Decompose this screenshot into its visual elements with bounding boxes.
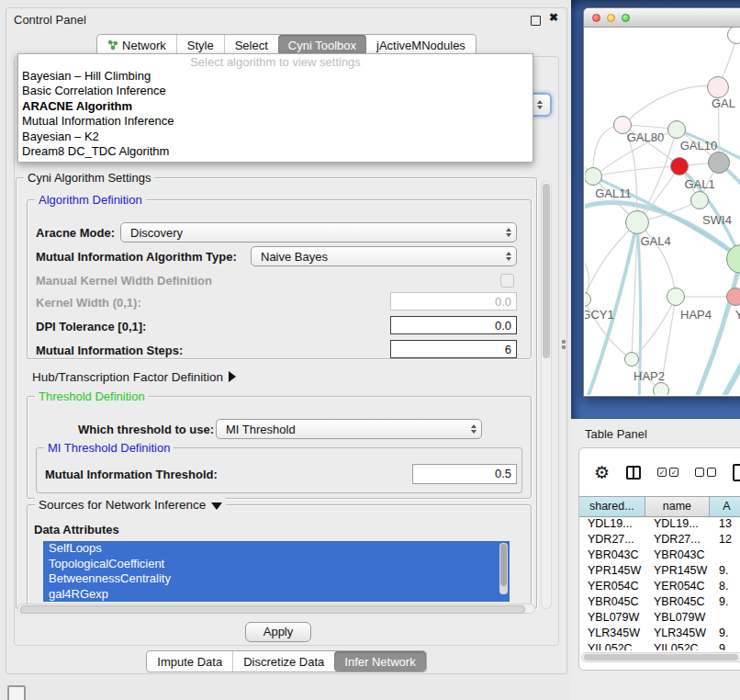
network-icon	[107, 40, 118, 51]
aracne-mode-value: Discovery	[121, 226, 501, 240]
node-big-green[interactable]	[726, 244, 740, 274]
deselect-all-icon[interactable]	[695, 468, 716, 477]
node-label-gal11: GAL11	[595, 186, 632, 200]
tab-discretize-data[interactable]: Discretize Data	[232, 651, 334, 672]
manual-kernel-width-checkbox[interactable]	[500, 274, 514, 288]
aracne-mode-combobox[interactable]: Discovery	[120, 222, 517, 243]
data-attributes-list[interactable]: SelfLoopsTopologicalCoefficientBetweenne…	[43, 541, 510, 602]
table-row[interactable]: YLR345WYLR345W9.	[579, 627, 740, 642]
table-body: YDL19...YDL19...13YDR27...YDR27...12YBR0…	[579, 517, 740, 650]
network-window-titlebar[interactable]	[584, 8, 740, 28]
zoom-window-button[interactable]	[622, 14, 630, 22]
dropdown-item-bayesian-hill-climbing[interactable]: Bayesian – Hill Climbing	[18, 69, 533, 84]
apply-button[interactable]: Apply	[245, 622, 311, 642]
tab-select[interactable]: Select	[224, 35, 278, 55]
node-partial-top[interactable]	[727, 28, 740, 44]
node-gal-pink[interactable]	[707, 76, 729, 98]
combo-arrows-icon	[501, 252, 516, 261]
node-bottom[interactable]	[653, 382, 669, 395]
collapsed-panel-icon[interactable]	[7, 685, 26, 700]
select-all-icon[interactable]: ✓✓	[657, 468, 678, 477]
node-red[interactable]	[670, 157, 689, 175]
tab-jactivemnodules[interactable]: jActiveMNodules	[366, 35, 476, 55]
mi-threshold-definition-title: MI Threshold Definition	[44, 441, 174, 455]
tab-style[interactable]: Style	[176, 35, 224, 55]
node-swi4[interactable]	[690, 191, 709, 209]
mi-steps-label: Mutual Information Steps:	[36, 344, 183, 357]
network-view-window[interactable]: GALGAL80GAL10GAL1GAL11SWI4GAL4GCY1HAP4YH…	[583, 7, 740, 397]
table-row[interactable]: YIL052CYIL052C9	[579, 642, 740, 650]
column-header-a[interactable]: A	[710, 496, 740, 517]
cyni-algorithm-settings-title: Cyni Algorithm Settings	[24, 171, 154, 185]
table-row[interactable]: YBR043CYBR043C	[579, 548, 740, 564]
splitter-grip[interactable]	[561, 337, 566, 352]
tab-infer-network[interactable]: Infer Network	[334, 651, 425, 672]
attribute-item-gal4rgexp[interactable]: gal4RGexp	[43, 587, 510, 603]
attribute-item-betweennesscentrality[interactable]: BetweennessCentrality	[43, 571, 510, 587]
dpi-tolerance-field[interactable]: 0.0	[390, 316, 517, 334]
close-window-button[interactable]	[592, 14, 600, 22]
hub-definition-section[interactable]: Hub/Transcription Factor Definition	[32, 370, 236, 384]
mi-algorithm-type-combobox[interactable]: Naive Bayes	[251, 246, 517, 266]
node-gcy1[interactable]	[585, 292, 591, 307]
attribute-item-topologicalcoefficient[interactable]: TopologicalCoefficient	[43, 557, 510, 572]
node-hap2[interactable]	[624, 352, 639, 367]
sources-title[interactable]: Sources for Network Inference	[35, 498, 226, 512]
tab-label: jActiveMNodules	[376, 39, 465, 52]
tab-network[interactable]: Network	[97, 35, 176, 55]
column-header-name[interactable]: name	[645, 496, 711, 517]
mi-steps-field[interactable]: 6	[390, 340, 517, 358]
threshold-definition-title: Threshold Definition	[35, 390, 149, 403]
split-columns-icon[interactable]	[626, 466, 641, 480]
node-salmon[interactable]	[726, 288, 740, 306]
mi-threshold-field[interactable]: 0.5	[412, 464, 517, 484]
tab-label: Cyni Toolbox	[288, 39, 356, 52]
node-hap4[interactable]	[667, 288, 685, 306]
table-cell: 8.	[711, 580, 740, 595]
node-gal10[interactable]	[667, 120, 686, 139]
document-icon[interactable]	[733, 464, 740, 481]
table-cell: YLR345W	[579, 627, 645, 642]
node-gal11[interactable]	[585, 167, 602, 186]
dropdown-item-dream8-dc-tdc-algorithm[interactable]: Dream8 DC_TDC Algorithm	[18, 144, 533, 159]
close-panel-icon[interactable]: ✖	[549, 11, 558, 24]
settings-vertical-scrollbar[interactable]	[541, 181, 552, 609]
tab-impute-data[interactable]: Impute Data	[147, 651, 232, 672]
node-label-swi4: SWI4	[702, 213, 732, 227]
dropdown-item-mutual-information-inference[interactable]: Mutual Information Inference	[18, 114, 533, 129]
network-graph-view[interactable]: GALGAL80GAL10GAL1GAL11SWI4GAL4GCY1HAP4YH…	[585, 28, 740, 395]
column-header-shared[interactable]: shared...	[579, 496, 645, 517]
which-threshold-combobox[interactable]: MI Threshold	[216, 419, 482, 439]
attributes-scrollbar[interactable]	[499, 543, 508, 594]
settings-horizontal-scrollbar[interactable]	[17, 604, 535, 614]
node-gray[interactable]	[708, 152, 730, 174]
table-row[interactable]: YER054CYER054C8.	[579, 580, 740, 595]
node-label-hap4: HAP4	[680, 308, 712, 322]
hub-definition-label: Hub/Transcription Factor Definition	[32, 370, 223, 384]
kernel-width-field[interactable]: 0.0	[390, 292, 517, 310]
table-panel-section: Table Panel ⚙ ✓✓ shared...nameA YDL19...…	[571, 419, 740, 700]
table-row[interactable]: YDR27...YDR27...12	[579, 533, 740, 548]
table-row[interactable]: YBL079WYBL079W	[579, 611, 740, 627]
table-panel: ⚙ ✓✓ shared...nameA YDL19...YDL19...13YD…	[578, 447, 740, 671]
aracne-mode-label: Aracne Mode:	[36, 226, 115, 240]
tab-label: Style	[187, 39, 214, 52]
table-horizontal-scrollbar[interactable]	[581, 652, 740, 662]
expanded-arrow-icon	[211, 502, 222, 510]
dropdown-item-aracne-algorithm[interactable]: ARACNE Algorithm	[18, 99, 533, 114]
table-row[interactable]: YDL19...YDL19...13	[579, 517, 740, 533]
dropdown-items: Bayesian – Hill ClimbingBasic Correlatio…	[18, 69, 533, 159]
dropdown-item-basic-correlation-inference[interactable]: Basic Correlation Inference	[18, 84, 533, 98]
table-row[interactable]: YBR045CYBR045C9.	[579, 595, 740, 611]
dropdown-item-bayesian-k2[interactable]: Bayesian – K2	[18, 130, 533, 144]
algorithm-definition-title: Algorithm Definition	[35, 193, 146, 207]
minimize-window-button[interactable]	[607, 14, 615, 22]
node-gal4[interactable]	[625, 210, 649, 234]
float-window-icon[interactable]	[531, 16, 541, 26]
combo-arrows-icon	[501, 228, 516, 237]
attribute-item-selfloops[interactable]: SelfLoops	[43, 541, 510, 557]
table-row[interactable]: YPR145WYPR145W9.	[579, 564, 740, 580]
tab-cyni-toolbox[interactable]: Cyni Toolbox	[278, 35, 366, 55]
settings-gear-icon[interactable]: ⚙	[594, 464, 610, 481]
node-label-gal4: GAL4	[640, 234, 670, 248]
